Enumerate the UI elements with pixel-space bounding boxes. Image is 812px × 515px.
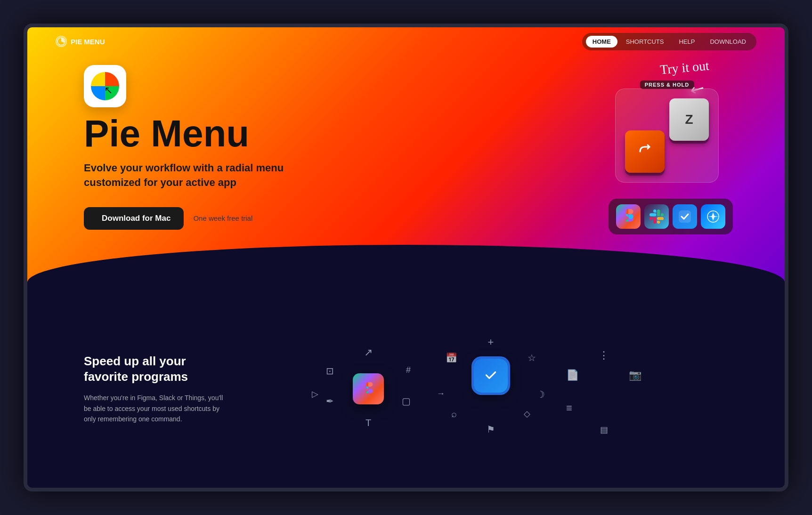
figma-app-icon [616,204,641,229]
svg-point-1 [628,214,633,219]
share-icon: ⊡ [326,365,334,377]
cursor-menu-icon: ▷ [312,389,318,399]
figma-radial-group: ↗ ⊡ # ✒ ▢ T ▷ [321,323,415,455]
keys-container: PRESS & HOLD Z [615,89,719,183]
text-icon: T [365,418,371,428]
things-center-icon [474,359,508,393]
svg-marker-4 [708,212,718,221]
export-icon: ↗ [364,346,373,359]
download-button[interactable]: Download for Mac [84,207,184,230]
hero-content: ↖ Pie Menu Evolve your workflow with a r… [84,65,284,230]
star-icon: ☆ [528,352,536,363]
hero-section: PIE MENU HOME SHORTCUTS HELP DOWNLOAD ↖ … [27,27,785,300]
pie-menu-logo-icon [56,36,67,47]
nav-shortcuts[interactable]: SHORTCUTS [619,36,671,48]
moon-icon: ☽ [536,389,545,400]
arrow-right-icon: → [437,389,445,399]
panel-icon: ▤ [600,425,608,435]
key-z: Z [669,98,709,141]
screen-wrapper: PIE MENU HOME SHORTCUTS HELP DOWNLOAD ↖ … [24,24,788,491]
tag-icon: ◇ [524,409,530,419]
app-icon: ↖ [84,65,126,107]
nav-download[interactable]: DOWNLOAD [703,36,753,48]
key-undo [625,130,665,173]
nav-home[interactable]: HOME [586,36,617,48]
calendar-icon: 📅 [446,352,457,363]
try-it-label: Try it out [659,58,710,77]
things-app-icon [673,204,697,229]
nav-logo[interactable]: PIE MENU [56,36,105,47]
camera-icon: 📷 [629,369,641,381]
rect-icon: ▢ [402,395,411,407]
plus-icon: + [488,336,494,348]
app-icons-row [609,199,733,234]
logo-text: PIE MENU [71,38,105,46]
share-node-icon: ⋮ [599,349,609,362]
hero-subtitle: Evolve your workflow with a radial menu … [84,161,284,190]
flag-icon: ⚑ [487,424,495,435]
grid-icon: # [406,365,411,375]
bottom-title: Speed up all your favorite programs [84,354,225,386]
press-hold-label: PRESS & HOLD [640,80,694,89]
figma-center-icon [353,373,384,404]
trial-text: One week free trial [193,214,252,222]
file-radial-group: ⋮ 📄 📷 ≡ ▤ [557,323,651,455]
pen-tool-icon: ✒ [326,395,334,407]
cta-row: Download for Mac One week free trial [84,207,284,230]
search-icon: ⌕ [451,409,457,419]
radial-demo: ↗ ⊡ # ✒ ▢ T ▷ + 📅 ☆ → [244,304,728,474]
bottom-section: Speed up all your favorite programs Whet… [27,290,785,488]
list-icon: ≡ [566,402,572,414]
bottom-desc: Whether you're in Figma, Slack or Things… [84,393,225,424]
bottom-text: Speed up all your favorite programs Whet… [84,354,225,425]
keyboard-visual: Try it out ↙ PRESS & HOLD Z [615,65,719,183]
nav-links: HOME SHORTCUTS HELP DOWNLOAD [582,33,756,50]
nav-help[interactable]: HELP [672,36,701,48]
document-icon: 📄 [566,369,579,381]
navbar: PIE MENU HOME SHORTCUTS HELP DOWNLOAD [27,27,785,56]
svg-rect-2 [679,210,691,223]
things-radial-group: + 📅 ☆ → ☽ ⚑ ⌕ ◇ [434,323,547,455]
slack-app-icon [644,204,669,229]
hero-title: Pie Menu [84,115,284,153]
safari-app-icon [701,204,725,229]
